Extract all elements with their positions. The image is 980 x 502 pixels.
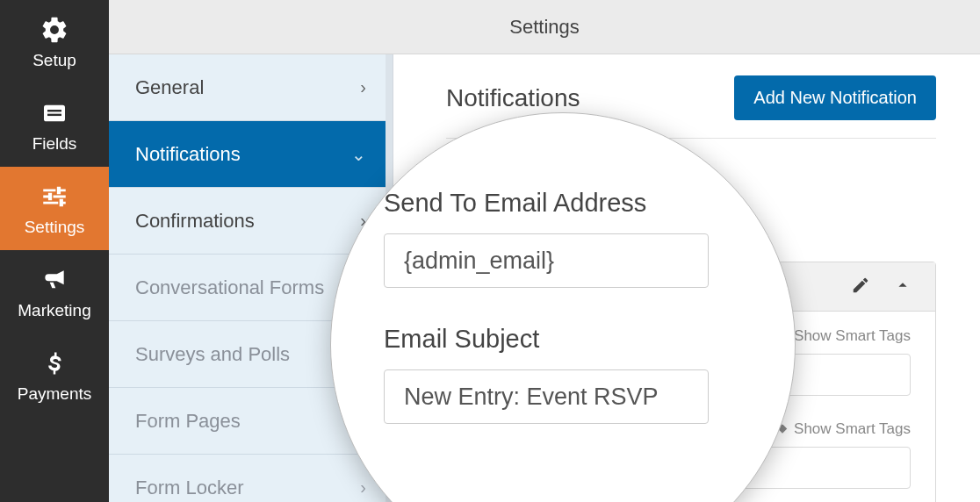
- nav-setup[interactable]: Setup: [0, 0, 109, 83]
- subnav-label: Conversational Forms: [135, 276, 324, 299]
- subnav-label: Confirmations: [135, 210, 255, 233]
- nav-label: Marketing: [18, 301, 90, 320]
- nav-label: Fields: [32, 134, 77, 154]
- list-icon: [39, 97, 70, 129]
- svg-rect-0: [44, 104, 65, 121]
- gear-icon: [39, 14, 70, 46]
- nav-label: Settings: [25, 218, 85, 237]
- dollar-icon: [39, 348, 70, 379]
- section-heading: Notifications: [446, 84, 580, 112]
- nav-settings[interactable]: Settings: [0, 167, 109, 250]
- subnav-confirmations[interactable]: Confirmations ›: [109, 188, 393, 255]
- subnav-notifications[interactable]: Notifications ⌄: [109, 121, 393, 188]
- subnav-label: Form Locker: [135, 477, 243, 499]
- chevron-right-icon: ›: [360, 477, 366, 498]
- nav-payments[interactable]: Payments: [0, 333, 109, 417]
- subnav-general[interactable]: General ›: [109, 54, 393, 121]
- subnav-form-locker[interactable]: Form Locker ›: [109, 455, 393, 502]
- email-subject-label: Email Subject: [384, 325, 751, 354]
- bullhorn-icon: [39, 264, 70, 296]
- top-bar: Settings: [109, 0, 980, 54]
- primary-nav: Setup Fields Settings Marketing Payments: [0, 0, 109, 502]
- chevron-down-icon: ⌄: [351, 144, 366, 165]
- page-title: Settings: [509, 16, 580, 39]
- subnav-label: General: [135, 76, 204, 99]
- send-to-value: {admin_email}: [404, 247, 554, 275]
- email-subject-value: New Entry: Event RSVP: [404, 384, 659, 411]
- edit-icon[interactable]: [851, 276, 870, 298]
- svg-rect-2: [47, 113, 61, 115]
- email-subject-input[interactable]: New Entry: Event RSVP: [384, 369, 709, 424]
- smart-tags-label: Show Smart Tags: [794, 327, 911, 345]
- add-notification-button[interactable]: Add New Notification: [734, 75, 936, 120]
- svg-rect-1: [47, 110, 61, 111]
- subnav-label: Form Pages: [135, 410, 241, 433]
- subnav-label: Notifications: [135, 143, 241, 166]
- subnav-label: Surveys and Polls: [135, 343, 290, 366]
- nav-fields[interactable]: Fields: [0, 83, 109, 167]
- smart-tags-label: Show Smart Tags: [794, 420, 911, 438]
- nav-label: Setup: [32, 51, 76, 70]
- nav-marketing[interactable]: Marketing: [0, 250, 109, 333]
- collapse-icon[interactable]: [893, 276, 912, 298]
- sliders-icon: [39, 181, 70, 212]
- send-to-label: Send To Email Address: [384, 189, 751, 218]
- send-to-input[interactable]: {admin_email}: [384, 233, 709, 288]
- chevron-right-icon: ›: [360, 77, 366, 97]
- nav-label: Payments: [18, 384, 91, 404]
